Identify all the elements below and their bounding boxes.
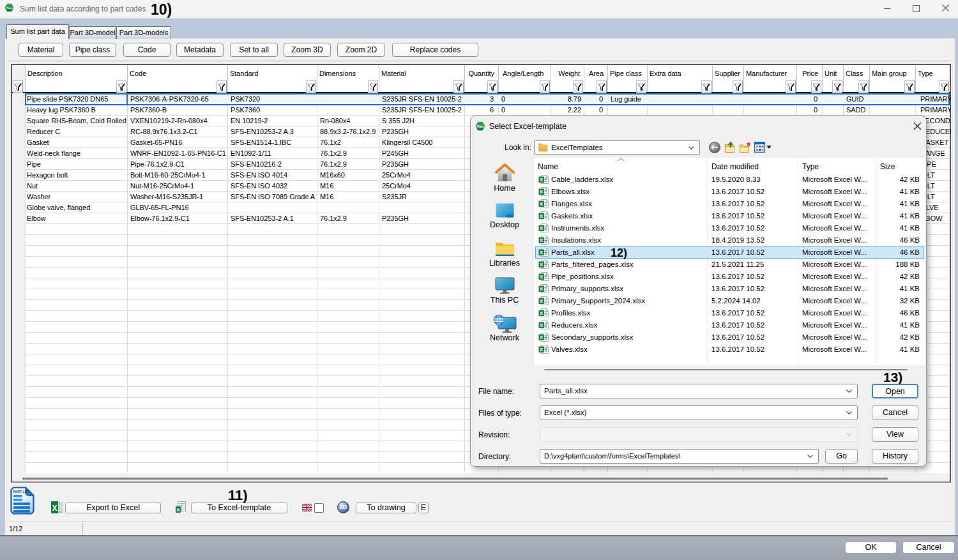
svg-text:X: X xyxy=(540,286,544,292)
svg-text:X: X xyxy=(540,177,544,183)
svg-text:X: X xyxy=(540,298,544,304)
svg-text:X: X xyxy=(540,335,544,340)
svg-text:Plant: Plant xyxy=(6,6,13,10)
svg-text:X: X xyxy=(52,504,57,513)
svg-text:X: X xyxy=(540,250,544,255)
svg-text:X: X xyxy=(540,213,544,219)
svg-text:X: X xyxy=(540,189,544,195)
svg-text:Plant: Plant xyxy=(476,125,484,128)
svg-text:X: X xyxy=(540,322,544,328)
svg-text:X: X xyxy=(540,225,544,231)
svg-text:X: X xyxy=(540,347,544,352)
svg-text:PART LIST: PART LIST xyxy=(13,490,30,494)
svg-text:X: X xyxy=(540,238,544,243)
svg-text:X: X xyxy=(540,274,544,280)
svg-text:X: X xyxy=(540,262,544,268)
svg-text:X: X xyxy=(540,201,544,207)
svg-text:X: X xyxy=(540,310,544,316)
svg-text:X: X xyxy=(176,507,180,513)
